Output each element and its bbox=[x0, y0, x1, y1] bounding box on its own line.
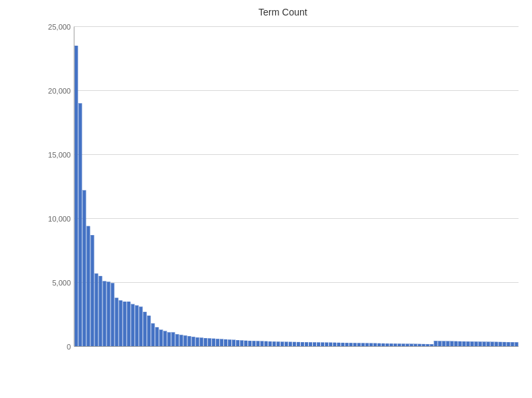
svg-rect-98 bbox=[422, 344, 425, 347]
chart-title: Term Count bbox=[40, 7, 525, 18]
svg-rect-76 bbox=[333, 343, 336, 347]
svg-text:0: 0 bbox=[67, 343, 71, 351]
svg-rect-31 bbox=[151, 323, 154, 346]
svg-rect-44 bbox=[204, 338, 207, 346]
svg-rect-12 bbox=[75, 46, 78, 347]
svg-rect-59 bbox=[264, 341, 268, 347]
svg-rect-17 bbox=[95, 273, 98, 346]
svg-rect-107 bbox=[459, 341, 462, 347]
svg-rect-54 bbox=[244, 341, 247, 347]
svg-rect-66 bbox=[293, 342, 296, 347]
svg-rect-95 bbox=[410, 344, 413, 347]
svg-rect-37 bbox=[175, 334, 179, 346]
svg-text:25,000: 25,000 bbox=[48, 23, 71, 31]
svg-rect-65 bbox=[289, 342, 292, 347]
svg-rect-86 bbox=[374, 343, 377, 347]
svg-rect-106 bbox=[454, 341, 458, 347]
svg-rect-105 bbox=[450, 341, 454, 347]
svg-rect-99 bbox=[426, 344, 430, 346]
svg-rect-27 bbox=[135, 306, 138, 347]
chart-svg: 05,00010,00015,00020,00025,000 bbox=[40, 23, 525, 367]
chart-area: 05,00010,00015,00020,00025,000 bbox=[40, 23, 525, 367]
svg-rect-93 bbox=[402, 344, 405, 347]
svg-rect-102 bbox=[438, 341, 442, 347]
svg-rect-56 bbox=[252, 341, 256, 346]
svg-rect-49 bbox=[224, 339, 227, 346]
svg-rect-45 bbox=[208, 339, 211, 347]
svg-rect-15 bbox=[87, 226, 90, 347]
svg-rect-101 bbox=[434, 341, 438, 346]
svg-rect-83 bbox=[361, 343, 365, 347]
svg-rect-30 bbox=[147, 316, 150, 347]
svg-rect-112 bbox=[479, 341, 482, 346]
svg-rect-42 bbox=[196, 337, 199, 346]
svg-rect-73 bbox=[321, 343, 324, 347]
svg-rect-58 bbox=[260, 341, 264, 347]
svg-rect-14 bbox=[83, 191, 86, 347]
svg-rect-35 bbox=[167, 333, 171, 347]
svg-rect-74 bbox=[325, 343, 328, 347]
svg-rect-68 bbox=[301, 342, 304, 346]
svg-text:5,000: 5,000 bbox=[52, 279, 71, 287]
svg-rect-64 bbox=[285, 342, 288, 347]
svg-rect-46 bbox=[212, 339, 215, 347]
svg-rect-21 bbox=[111, 283, 115, 346]
svg-rect-36 bbox=[171, 333, 175, 347]
svg-rect-33 bbox=[159, 330, 162, 347]
svg-rect-85 bbox=[370, 343, 373, 347]
svg-rect-24 bbox=[123, 302, 126, 347]
svg-rect-26 bbox=[131, 304, 134, 347]
svg-rect-43 bbox=[200, 338, 203, 347]
svg-rect-47 bbox=[216, 339, 219, 346]
svg-rect-40 bbox=[187, 336, 191, 346]
svg-rect-75 bbox=[329, 343, 332, 347]
svg-rect-109 bbox=[467, 341, 470, 346]
svg-rect-88 bbox=[382, 343, 385, 346]
svg-rect-110 bbox=[471, 341, 474, 346]
svg-rect-52 bbox=[236, 340, 239, 346]
svg-rect-57 bbox=[256, 341, 260, 347]
svg-rect-48 bbox=[220, 339, 223, 347]
svg-rect-38 bbox=[179, 335, 183, 346]
svg-rect-51 bbox=[232, 340, 235, 347]
svg-text:10,000: 10,000 bbox=[48, 215, 71, 223]
svg-rect-22 bbox=[115, 298, 119, 346]
svg-rect-111 bbox=[475, 341, 478, 346]
svg-rect-41 bbox=[191, 337, 195, 346]
svg-text:20,000: 20,000 bbox=[48, 87, 71, 95]
svg-rect-96 bbox=[414, 344, 417, 347]
svg-rect-61 bbox=[272, 341, 276, 346]
chart-container: Term Count 05,00010,00015,00020,00025,00… bbox=[0, 0, 532, 398]
svg-rect-87 bbox=[378, 343, 381, 347]
svg-rect-117 bbox=[499, 342, 502, 347]
svg-rect-104 bbox=[446, 341, 450, 347]
svg-rect-84 bbox=[365, 343, 369, 347]
svg-rect-108 bbox=[463, 341, 466, 346]
svg-rect-90 bbox=[390, 343, 393, 346]
svg-rect-28 bbox=[139, 307, 142, 347]
svg-rect-62 bbox=[276, 341, 280, 346]
svg-rect-103 bbox=[442, 341, 446, 347]
svg-rect-82 bbox=[357, 343, 361, 346]
svg-rect-80 bbox=[349, 343, 353, 346]
svg-rect-29 bbox=[143, 312, 146, 346]
svg-rect-97 bbox=[418, 344, 421, 347]
svg-rect-13 bbox=[79, 104, 82, 347]
svg-rect-113 bbox=[483, 342, 486, 347]
svg-rect-91 bbox=[394, 343, 397, 346]
svg-rect-63 bbox=[280, 342, 284, 347]
svg-rect-78 bbox=[341, 343, 345, 346]
svg-rect-39 bbox=[183, 335, 187, 346]
svg-rect-60 bbox=[268, 341, 272, 346]
svg-rect-53 bbox=[240, 341, 243, 347]
svg-rect-89 bbox=[386, 343, 389, 346]
svg-rect-67 bbox=[297, 342, 300, 346]
svg-rect-18 bbox=[99, 276, 102, 347]
svg-rect-115 bbox=[491, 342, 494, 347]
svg-rect-72 bbox=[317, 343, 320, 347]
svg-rect-55 bbox=[248, 341, 252, 346]
svg-text:15,000: 15,000 bbox=[48, 151, 71, 159]
svg-rect-94 bbox=[406, 344, 409, 347]
svg-rect-34 bbox=[163, 331, 167, 347]
svg-rect-118 bbox=[503, 342, 506, 346]
